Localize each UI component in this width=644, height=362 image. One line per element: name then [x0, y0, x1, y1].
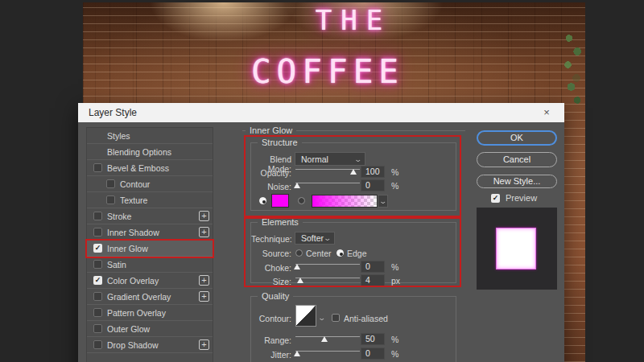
checkbox-unchecked[interactable]	[93, 340, 102, 349]
jitter-unit: %	[391, 349, 398, 359]
sidebar-item-drop-shadow[interactable]: Drop Shadow +	[87, 337, 213, 353]
sidebar-item-label: Blending Options	[107, 147, 209, 157]
choke-value[interactable]: 0	[361, 261, 385, 273]
cafe-interior-sliver	[563, 2, 585, 362]
close-icon[interactable]: ×	[537, 103, 556, 122]
checkbox-unchecked[interactable]	[106, 179, 115, 188]
plus-icon[interactable]: +	[199, 211, 209, 221]
technique-label: Technique:	[251, 234, 291, 244]
opacity-slider[interactable]	[295, 167, 360, 175]
checkbox-unchecked[interactable]	[93, 163, 102, 172]
preview-toggle[interactable]: ✓ Preview	[491, 193, 537, 203]
structure-legend: Structure	[258, 138, 302, 148]
sidebar-item-stroke[interactable]: Stroke +	[87, 208, 213, 224]
slider-thumb[interactable]	[297, 278, 303, 283]
elements-legend: Elements	[258, 217, 303, 228]
choke-slider[interactable]	[295, 262, 360, 270]
slider-track	[295, 264, 360, 265]
plant-image	[563, 25, 584, 113]
sidebar-item-outer-glow[interactable]: Outer Glow	[87, 321, 213, 337]
noise-label: Noise:	[251, 182, 291, 191]
slider-track	[295, 278, 360, 278]
sidebar-item-inner-shadow[interactable]: Inner Shadow +	[87, 224, 213, 241]
opacity-value[interactable]: 100	[361, 166, 385, 178]
checkbox-unchecked[interactable]	[93, 324, 102, 333]
sidebar-item-blending-options[interactable]: Blending Options	[87, 144, 213, 160]
contour-label: Contour:	[251, 314, 291, 323]
sidebar-item-texture[interactable]: Texture	[87, 192, 213, 208]
checkbox-unchecked[interactable]	[93, 212, 102, 220]
anti-aliased-label[interactable]: Anti-aliased	[344, 314, 388, 323]
sidebar-item-contour[interactable]: Contour	[87, 176, 213, 192]
choke-label: Choke:	[251, 263, 291, 273]
technique-dropdown[interactable]: Softer ⌄	[295, 232, 335, 245]
sidebar-item-gradient-overlay[interactable]: Gradient Overlay +	[87, 289, 213, 305]
neon-sign-line2: COFFEE	[83, 52, 579, 91]
color-radio[interactable]	[259, 197, 266, 204]
source-center-radio[interactable]	[295, 249, 303, 257]
jitter-slider[interactable]	[295, 349, 360, 357]
source-center-label[interactable]: Center	[306, 249, 332, 258]
range-value[interactable]: 50	[361, 333, 385, 345]
checkbox-checked[interactable]: ✓	[93, 276, 102, 285]
noise-value[interactable]: 0	[361, 179, 385, 191]
noise-slider[interactable]	[295, 181, 360, 189]
sidebar-item-styles[interactable]: Styles	[87, 128, 213, 144]
plus-icon[interactable]: +	[199, 227, 209, 237]
anti-aliased-checkbox[interactable]	[332, 314, 340, 322]
preview-checkbox-checked[interactable]: ✓	[491, 194, 500, 203]
gradient-radio[interactable]	[298, 197, 305, 204]
sidebar-item-label: Drop Shadow	[107, 340, 194, 350]
preview-label: Preview	[506, 193, 537, 203]
sidebar-item-inner-glow[interactable]: ✓ Inner Glow	[87, 241, 213, 257]
plus-icon[interactable]: +	[199, 275, 209, 286]
sidebar-item-color-overlay[interactable]: ✓ Color Overlay +	[87, 273, 213, 289]
jitter-value[interactable]: 0	[361, 348, 385, 360]
chevron-down-icon[interactable]: ⌄	[317, 315, 326, 321]
structure-group: Structure Blend Mode: Normal ⌄ Opacity: …	[250, 142, 456, 211]
checkbox-unchecked[interactable]	[93, 260, 102, 269]
range-slider[interactable]	[295, 335, 360, 343]
sidebar-item-label: Inner Glow	[107, 244, 209, 253]
slider-track	[295, 336, 360, 337]
sidebar-item-bevel-emboss[interactable]: Bevel & Emboss	[87, 160, 213, 176]
checkbox-unchecked[interactable]	[93, 228, 102, 237]
sidebar-item-label: Color Overlay	[107, 276, 194, 286]
sidebar-item-satin[interactable]: Satin	[87, 257, 213, 273]
slider-thumb[interactable]	[294, 183, 300, 188]
style-preview-thumbnail	[477, 208, 557, 290]
checkbox-unchecked[interactable]	[106, 195, 115, 204]
dialog-title: Layer Style	[89, 107, 137, 118]
source-edge-radio[interactable]	[336, 249, 344, 257]
sidebar-item-label: Satin	[107, 260, 209, 269]
slider-thumb[interactable]	[321, 336, 328, 342]
sidebar-item-label: Stroke	[107, 212, 194, 221]
sidebar-item-label: Bevel & Emboss	[107, 163, 209, 173]
chevron-down-icon: ⌄	[354, 156, 363, 162]
quality-group: Quality Contour: ⌄ Anti-aliased Range: 5…	[250, 296, 456, 362]
plus-icon[interactable]: +	[199, 291, 209, 302]
checkbox-unchecked[interactable]	[93, 308, 102, 317]
slider-thumb[interactable]	[294, 351, 300, 356]
plus-icon[interactable]: +	[199, 339, 209, 350]
blend-mode-dropdown[interactable]: Normal ⌄	[295, 152, 365, 166]
sidebar-item-label: Texture	[120, 195, 209, 205]
slider-thumb[interactable]	[350, 169, 357, 175]
cancel-button[interactable]: Cancel	[477, 152, 557, 167]
checkbox-unchecked[interactable]	[93, 292, 102, 301]
sidebar-item-pattern-overlay[interactable]: Pattern Overlay	[87, 305, 213, 321]
ok-button[interactable]: OK	[477, 130, 557, 146]
size-slider[interactable]	[295, 276, 360, 284]
new-style-button[interactable]: New Style...	[477, 175, 557, 188]
gradient-picker-button[interactable]: ⌄	[378, 195, 388, 208]
contour-picker[interactable]	[295, 305, 316, 327]
glow-color-swatch[interactable]	[271, 194, 289, 208]
checkbox-checked[interactable]: ✓	[93, 244, 102, 253]
photoshop-workspace: THE COFFEE Layer Style × Styles Blending…	[0, 0, 644, 362]
gradient-swatch[interactable]	[312, 195, 378, 208]
source-edge-label[interactable]: Edge	[347, 249, 367, 258]
slider-thumb[interactable]	[294, 264, 300, 269]
dialog-titlebar[interactable]: Layer Style ×	[78, 103, 564, 122]
size-value[interactable]: 4	[361, 274, 385, 286]
noise-unit: %	[391, 181, 398, 191]
